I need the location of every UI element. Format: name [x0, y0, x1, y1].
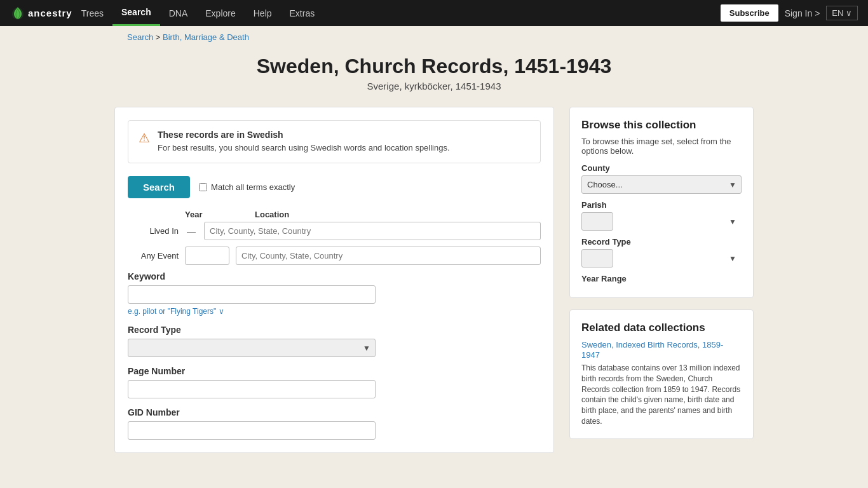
year-range-label: Year Range [581, 274, 742, 283]
keyword-section: Keyword e.g. pilot or "Flying Tigers" ∨ [128, 271, 541, 316]
search-form: ⚠ These records are in Swedish For best … [114, 107, 554, 453]
breadcrumb: Search > Birth, Marriage & Death [0, 26, 868, 48]
breadcrumb-separator: > [156, 32, 163, 42]
location-header: Location [255, 210, 289, 219]
year-header: Year [185, 210, 229, 219]
any-event-year-input[interactable] [185, 247, 229, 265]
parish-label: Parish [581, 200, 742, 210]
browse-card: Browse this collection To browse this im… [569, 107, 754, 298]
signin-link[interactable]: Sign In > [785, 8, 820, 18]
browse-title: Browse this collection [581, 119, 742, 132]
related-card: Related data collections Sweden, Indexed… [569, 309, 754, 439]
keyword-hint[interactable]: e.g. pilot or "Flying Tigers" ∨ [128, 307, 541, 316]
breadcrumb-current[interactable]: Birth, Marriage & Death [163, 32, 249, 42]
match-exactly-label[interactable]: Match all terms exactly [199, 182, 295, 192]
logo[interactable]: ancestry [10, 6, 72, 20]
record-type-select[interactable] [128, 339, 376, 357]
parish-select-wrapper: ▼ [581, 212, 742, 231]
page-number-section: Page Number [128, 366, 541, 398]
search-button[interactable]: Search [128, 176, 190, 198]
main-nav: ancestry Trees Search DNA Explore Help E… [0, 0, 868, 26]
county-select-wrapper: Choose... ▼ [581, 175, 742, 194]
related-desc-0: This database contains over 13 million i… [581, 363, 742, 427]
nav-extras[interactable]: Extras [281, 0, 324, 26]
nav-right: Subscribe Sign In > EN ∨ [721, 4, 858, 22]
related-title: Related data collections [581, 322, 742, 334]
gid-section: GID Number [128, 407, 541, 440]
warning-icon: ⚠ [139, 130, 150, 154]
language-selector[interactable]: EN ∨ [826, 6, 858, 20]
info-box: ⚠ These records are in Swedish For best … [128, 120, 541, 163]
page-header: Sweden, Church Records, 1451-1943 Sverig… [0, 48, 868, 94]
nav-trees[interactable]: Trees [72, 0, 112, 26]
right-panel: Browse this collection To browse this im… [569, 107, 754, 453]
breadcrumb-search[interactable]: Search [127, 32, 153, 42]
match-exactly-text: Match all terms exactly [211, 182, 295, 192]
match-exactly-checkbox[interactable] [199, 183, 207, 191]
any-event-location-input[interactable] [236, 247, 541, 265]
keyword-label: Keyword [128, 271, 541, 281]
nav-search[interactable]: Search [112, 0, 160, 26]
county-label: County [581, 163, 742, 173]
search-panel: ⚠ These records are in Swedish For best … [114, 107, 554, 453]
record-type-section: Record Type ▼ [128, 325, 541, 357]
subscribe-button[interactable]: Subscribe [721, 4, 778, 22]
info-title: These records are in Swedish [158, 130, 450, 140]
nav-help[interactable]: Help [245, 0, 281, 26]
record-type-browse-select[interactable] [581, 249, 613, 268]
related-link-0[interactable]: Sweden, Indexed Birth Records, 1859-1947 [581, 340, 723, 360]
record-type-label: Record Type [128, 325, 541, 335]
lived-in-location-input[interactable] [204, 222, 541, 240]
lived-in-row: Lived In — [128, 222, 541, 240]
info-description: For best results, you should search usin… [158, 142, 450, 154]
parish-select[interactable] [581, 212, 613, 231]
any-event-row: Any Event [128, 247, 541, 265]
nav-dna[interactable]: DNA [160, 0, 197, 26]
record-type-browse-chevron-icon: ▼ [729, 254, 736, 263]
lived-in-label: Lived In [128, 226, 179, 236]
info-text: These records are in Swedish For best re… [158, 130, 450, 154]
county-select[interactable]: Choose... [581, 175, 742, 194]
nav-explore[interactable]: Explore [196, 0, 244, 26]
page-subtitle: Sverige, kyrkböcker, 1451-1943 [0, 81, 868, 92]
any-event-label: Any Event [128, 251, 179, 261]
page-title: Sweden, Church Records, 1451-1943 [0, 55, 868, 78]
gid-number-input[interactable] [128, 421, 376, 440]
record-type-browse-label: Record Type [581, 237, 742, 247]
browse-description: To browse this image set, select from th… [581, 137, 742, 156]
keyword-input[interactable] [128, 285, 376, 304]
parish-chevron-icon: ▼ [729, 217, 736, 226]
lived-in-dash: — [185, 226, 198, 236]
logo-text: ancestry [28, 8, 72, 18]
record-type-browse-wrapper: ▼ [581, 249, 742, 268]
gid-number-label: GID Number [128, 407, 541, 417]
page-number-input[interactable] [128, 380, 376, 398]
page-number-label: Page Number [128, 366, 541, 376]
search-controls: Search Match all terms exactly [128, 176, 541, 198]
